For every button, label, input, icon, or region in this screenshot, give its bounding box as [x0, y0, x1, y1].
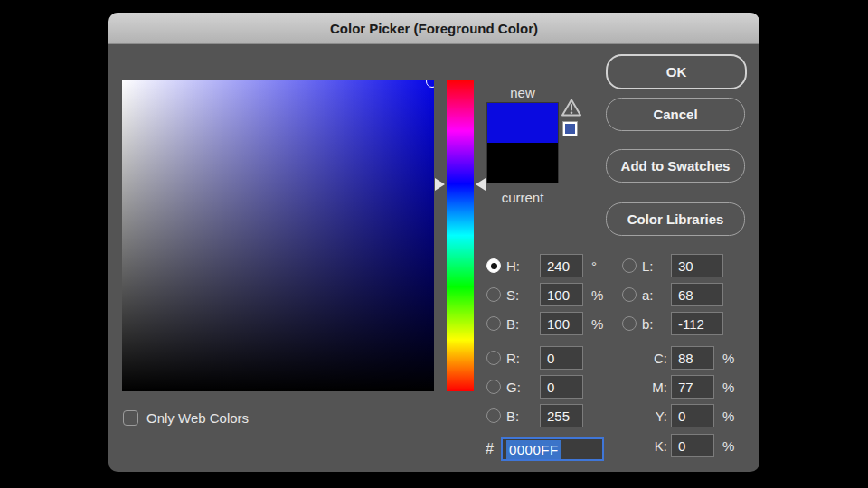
m-input[interactable]: 77 — [671, 375, 714, 399]
k-value: 0 — [678, 438, 685, 454]
only-web-colors-checkbox[interactable] — [123, 410, 138, 426]
hue-slider-right-arrow[interactable] — [476, 178, 486, 191]
radio-b-lab[interactable] — [622, 316, 637, 331]
y-unit: % — [722, 408, 734, 424]
h-value: 240 — [547, 258, 570, 274]
y-value: 0 — [678, 408, 685, 424]
color-libraries-label: Color Libraries — [627, 211, 724, 227]
field-row-yellow: Y: 0 % — [622, 404, 734, 427]
g-input[interactable]: 0 — [540, 375, 583, 399]
ok-button[interactable]: OK — [606, 54, 747, 89]
k-input[interactable]: 0 — [671, 434, 714, 457]
cancel-button-label: Cancel — [653, 107, 697, 122]
hex-value: 0000FF — [506, 440, 561, 459]
l-label: L: — [642, 258, 671, 274]
field-row-brightness: B: 100 % — [486, 312, 603, 335]
color-swatch-stack — [486, 102, 559, 183]
m-label: M: — [622, 380, 667, 395]
s-label: S: — [506, 287, 540, 303]
l-value: 30 — [678, 258, 693, 274]
color-libraries-button[interactable]: Color Libraries — [606, 202, 745, 236]
h-unit: ° — [591, 258, 597, 274]
field-row-lightness: L: 30 — [622, 254, 723, 277]
hex-input[interactable]: 0000FF — [501, 437, 604, 461]
c-label: C: — [622, 351, 667, 366]
y-input[interactable]: 0 — [671, 404, 714, 427]
dialog-title: Color Picker (Foreground Color) — [330, 21, 538, 36]
radio-h[interactable] — [486, 258, 501, 273]
r-label: R: — [506, 351, 540, 366]
c-input[interactable]: 88 — [671, 346, 714, 370]
a-value: 68 — [678, 287, 693, 303]
radio-l[interactable] — [622, 258, 637, 273]
dialog-titlebar[interactable]: Color Picker (Foreground Color) — [108, 13, 760, 44]
radio-s[interactable] — [486, 287, 501, 302]
l-input[interactable]: 30 — [671, 254, 723, 277]
web-safe-icon[interactable] — [562, 121, 578, 136]
radio-a[interactable] — [622, 287, 637, 302]
b2-input[interactable]: 255 — [540, 404, 583, 427]
c-value: 88 — [678, 351, 693, 366]
field-row-cyan: C: 88 % — [622, 346, 734, 370]
s-input[interactable]: 100 — [540, 283, 583, 306]
b2-value: 255 — [547, 408, 570, 424]
only-web-colors-row: Only Web Colors — [123, 410, 249, 426]
g-label: G: — [506, 380, 540, 395]
s-value: 100 — [547, 287, 570, 303]
new-color-swatch — [487, 103, 558, 143]
hue-slider-left-arrow[interactable] — [435, 178, 445, 191]
saturation-brightness-field[interactable] — [122, 80, 434, 391]
hex-prefix: # — [486, 441, 494, 457]
field-row-b-lab: b: -112 — [622, 312, 723, 335]
field-row-green: G: 0 — [486, 375, 583, 399]
k-unit: % — [722, 438, 734, 454]
k-label: K: — [622, 438, 667, 454]
gamut-warning-icon[interactable] — [561, 98, 582, 121]
b-value: 100 — [547, 316, 570, 332]
b-lab-input[interactable]: -112 — [671, 312, 723, 335]
web-safe-icon-fill — [565, 124, 575, 134]
radio-b[interactable] — [486, 316, 501, 331]
a-label: a: — [642, 287, 671, 303]
h-label: H: — [506, 258, 540, 274]
m-value: 77 — [678, 380, 693, 395]
add-to-swatches-button[interactable]: Add to Swatches — [606, 149, 745, 183]
field-row-blue: B: 255 — [486, 404, 583, 427]
add-to-swatches-label: Add to Swatches — [621, 158, 731, 174]
c-unit: % — [722, 351, 734, 366]
radio-r[interactable] — [486, 351, 501, 365]
field-row-black: K: 0 % — [622, 434, 734, 457]
radio-g[interactable] — [486, 380, 501, 394]
field-row-red: R: 0 — [486, 346, 583, 370]
ok-button-label: OK — [666, 64, 687, 80]
field-row-saturation: S: 100 % — [486, 283, 603, 306]
current-color-swatch[interactable] — [487, 143, 558, 183]
y-label: Y: — [622, 408, 667, 424]
b-lab-label: b: — [642, 316, 671, 332]
field-row-a: a: 68 — [622, 283, 723, 306]
a-input[interactable]: 68 — [671, 283, 723, 306]
m-unit: % — [722, 380, 734, 395]
cancel-button[interactable]: Cancel — [606, 98, 745, 131]
only-web-colors-label: Only Web Colors — [146, 410, 249, 426]
b-unit: % — [591, 316, 603, 332]
s-unit: % — [591, 287, 603, 303]
new-color-label: new — [486, 85, 559, 100]
b-lab-value: -112 — [678, 316, 704, 332]
b-label: B: — [506, 316, 540, 332]
field-row-magenta: M: 77 % — [622, 375, 734, 399]
h-input[interactable]: 240 — [540, 254, 583, 277]
hue-slider[interactable] — [447, 80, 474, 391]
color-picker-dialog: Color Picker (Foreground Color) new curr… — [108, 13, 760, 472]
field-row-hue: H: 240 ° — [486, 254, 597, 277]
radio-b2[interactable] — [486, 408, 501, 423]
b-input[interactable]: 100 — [540, 312, 583, 335]
g-value: 0 — [547, 380, 554, 395]
hex-row: # 0000FF — [486, 437, 604, 461]
b2-label: B: — [506, 408, 540, 424]
color-field-marker[interactable] — [426, 80, 434, 88]
current-color-label: current — [486, 190, 559, 205]
r-input[interactable]: 0 — [540, 346, 583, 370]
r-value: 0 — [547, 351, 554, 366]
